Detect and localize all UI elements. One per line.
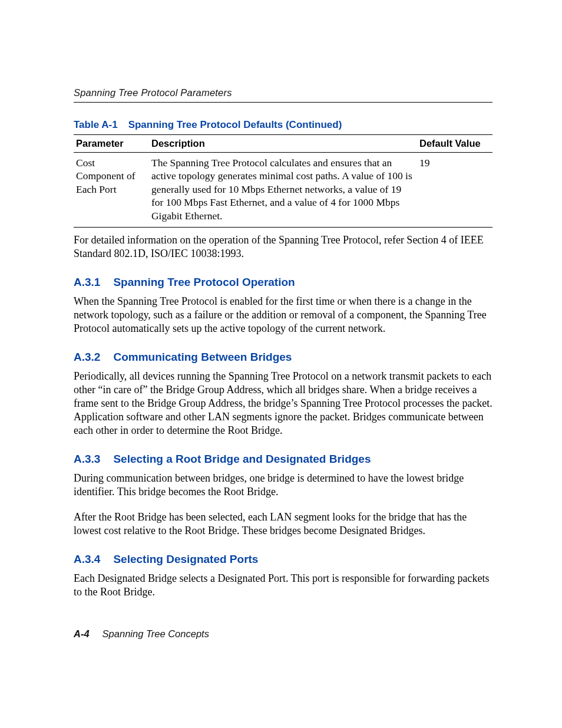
running-header: Spanning Tree Protocol Parameters [74,87,492,101]
section-heading: A.3.4Selecting Designated Ports [74,553,492,566]
col-header-default-value: Default Value [417,135,492,153]
section-paragraph: After the Root Bridge has been selected,… [74,510,492,538]
header-rule [74,102,492,103]
section-number: A.3.3 [74,453,100,465]
parameters-table: Parameter Description Default Value Cost… [74,134,492,228]
footer: A-4Spanning Tree Concepts [74,628,209,640]
table-row: Cost Component of Each Port The Spanning… [74,153,492,228]
section-number: A.3.1 [74,276,100,288]
section-heading: A.3.2Communicating Between Bridges [74,351,492,364]
section-heading: A.3.3Selecting a Root Bridge and Designa… [74,453,492,466]
table-header-row: Parameter Description Default Value [74,135,492,153]
section-heading: A.3.1Spanning Tree Protocol Operation [74,276,492,289]
section-paragraph: During communication between bridges, on… [74,472,492,499]
section-number: A.3.2 [74,351,100,363]
section-paragraph: Each Designated Bridge selects a Designa… [74,572,492,599]
page-number: A-4 [74,628,90,639]
section-title: Communicating Between Bridges [113,351,292,363]
section-title: Spanning Tree Protocol Operation [113,276,295,288]
post-table-paragraph: For detailed information on the operatio… [74,233,492,261]
page: Spanning Tree Protocol Parameters Table … [0,0,562,728]
section-title: Selecting Designated Ports [113,553,258,565]
col-header-description: Description [149,135,417,153]
cell-description: The Spanning Tree Protocol calculates an… [149,153,417,228]
table-caption: Table A-1Spanning Tree Protocol Defaults… [74,119,492,131]
table-number: Table A-1 [74,119,118,130]
section-number: A.3.4 [74,553,100,565]
chapter-title: Spanning Tree Concepts [103,628,209,639]
cell-default-value: 19 [417,153,492,228]
col-header-parameter: Parameter [74,135,149,153]
cell-parameter: Cost Component of Each Port [74,153,149,228]
section-paragraph: When the Spanning Tree Protocol is enabl… [74,295,492,335]
table-title: Spanning Tree Protocol Defaults (Continu… [128,119,342,130]
section-title: Selecting a Root Bridge and Designated B… [113,453,371,465]
section-paragraph: Periodically, all devices running the Sp… [74,370,492,437]
